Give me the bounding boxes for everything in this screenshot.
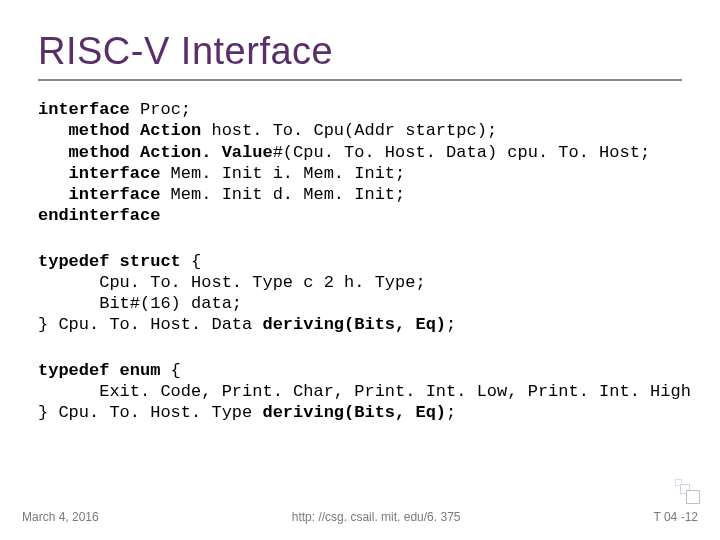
code-text: ; (446, 315, 456, 334)
code-text: host. To. Cpu(Addr startpc); (201, 121, 497, 140)
kw-deriving: deriving(Bits, Eq) (262, 403, 446, 422)
footer-page: T 04 -12 (654, 510, 698, 524)
code-text: } Cpu. To. Host. Type (38, 403, 262, 422)
code-block-enum: typedef enum { Exit. Code, Print. Char, … (38, 360, 682, 424)
code-text: } Cpu. To. Host. Data (38, 315, 262, 334)
kw-method-actionvalue: method Action. Value (38, 143, 273, 162)
code-text: Mem. Init i. Mem. Init; (160, 164, 405, 183)
kw-endinterface: endinterface (38, 206, 160, 225)
title-underline (38, 79, 682, 81)
code-text: ; (446, 403, 456, 422)
kw-typedef-enum: typedef enum (38, 361, 160, 380)
accent-square (686, 490, 700, 504)
code-block-interface: interface Proc; method Action host. To. … (38, 99, 682, 227)
code-text: Cpu. To. Host. Type c 2 h. Type; (38, 273, 426, 292)
slide-footer: March 4, 2016 http: //csg. csail. mit. e… (0, 510, 720, 524)
code-text: Proc; (130, 100, 191, 119)
code-text: { (160, 361, 180, 380)
corner-decoration (674, 478, 700, 504)
code-text: { (181, 252, 201, 271)
code-block-struct: typedef struct { Cpu. To. Host. Type c 2… (38, 251, 682, 336)
kw-method-action: method Action (38, 121, 201, 140)
kw-interface-sub: interface (38, 185, 160, 204)
slide-title: RISC-V Interface (38, 30, 682, 73)
code-text: Mem. Init d. Mem. Init; (160, 185, 405, 204)
code-text: Bit#(16) data; (38, 294, 242, 313)
kw-interface-sub: interface (38, 164, 160, 183)
kw-deriving: deriving(Bits, Eq) (262, 315, 446, 334)
kw-interface: interface (38, 100, 130, 119)
slide: RISC-V Interface interface Proc; method … (0, 0, 720, 540)
footer-url: http: //csg. csail. mit. edu/6. 375 (292, 510, 461, 524)
code-text: #(Cpu. To. Host. Data) cpu. To. Host; (273, 143, 650, 162)
footer-date: March 4, 2016 (22, 510, 99, 524)
code-text: Exit. Code, Print. Char, Print. Int. Low… (38, 382, 691, 401)
kw-typedef-struct: typedef struct (38, 252, 181, 271)
